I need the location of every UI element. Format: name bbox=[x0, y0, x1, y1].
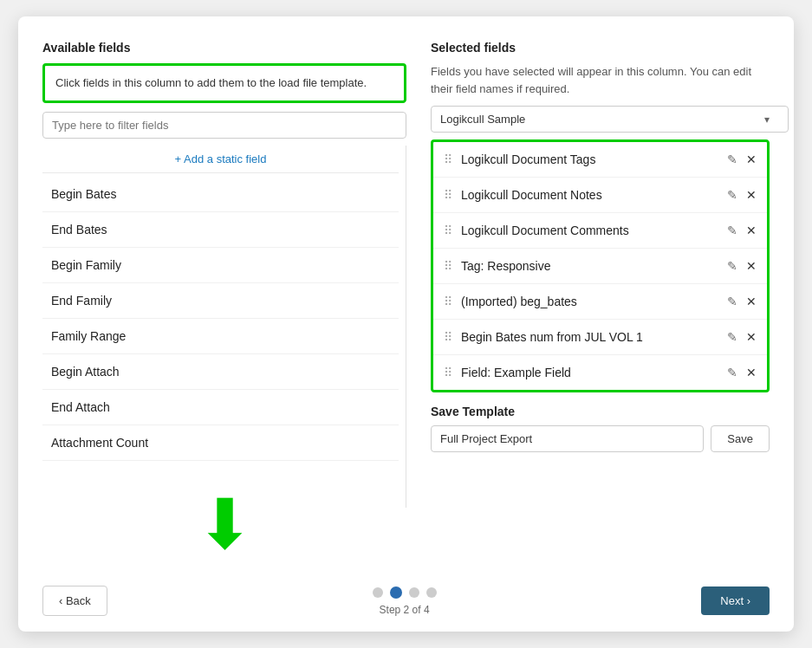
next-button[interactable]: Next › bbox=[701, 586, 770, 615]
field-label: Field: Example Field bbox=[461, 366, 718, 379]
drag-handle-icon[interactable]: ⠿ bbox=[444, 366, 452, 379]
list-item[interactable]: Begin Family bbox=[42, 248, 399, 283]
modal-content: Available fields Click fields in this co… bbox=[18, 16, 794, 560]
remove-icon[interactable]: ✕ bbox=[746, 152, 757, 166]
table-row: ⠿ Begin Bates num from JUL VOL 1 ✎ ✕ bbox=[433, 320, 767, 355]
selected-fields-title: Selected fields bbox=[431, 41, 770, 55]
drag-handle-icon[interactable]: ⠿ bbox=[444, 259, 452, 273]
edit-icon[interactable]: ✎ bbox=[727, 152, 737, 166]
field-label: Logikcull Document Notes bbox=[461, 188, 718, 202]
instruction-box: Click fields in this column to add them … bbox=[42, 63, 406, 103]
step-dot-3 bbox=[409, 587, 419, 598]
field-scroll-area: + Add a static field Begin Bates End Bat… bbox=[42, 146, 406, 509]
step-dot-2 bbox=[390, 586, 402, 599]
template-dropdown[interactable]: Logikcull Sample bbox=[431, 106, 789, 133]
edit-icon[interactable]: ✎ bbox=[727, 295, 737, 308]
save-template-row: Save bbox=[431, 425, 770, 452]
remove-icon[interactable]: ✕ bbox=[746, 366, 757, 379]
drag-handle-icon[interactable]: ⠿ bbox=[444, 188, 452, 202]
modal-footer: ‹ Back Step 2 of 4 Next › bbox=[18, 570, 794, 632]
save-button[interactable]: Save bbox=[711, 425, 770, 452]
table-row: ⠿ Field: Example Field ✎ ✕ bbox=[433, 355, 767, 390]
field-label: (Imported) beg_bates bbox=[461, 295, 718, 308]
remove-icon[interactable]: ✕ bbox=[746, 259, 757, 273]
list-item[interactable]: End Attach bbox=[42, 390, 399, 425]
field-label: Logikcull Document Tags bbox=[461, 152, 718, 166]
table-row: ⠿ Logikcull Document Notes ✎ ✕ bbox=[433, 178, 767, 213]
arrow-annotation: ⬇ bbox=[42, 490, 406, 560]
save-template-input[interactable] bbox=[431, 425, 704, 452]
list-item[interactable]: End Bates bbox=[42, 212, 399, 248]
edit-icon[interactable]: ✎ bbox=[727, 330, 737, 344]
field-label: Tag: Responsive bbox=[461, 259, 718, 273]
step-dot-1 bbox=[373, 587, 383, 598]
add-static-field-button[interactable]: + Add a static field bbox=[42, 146, 399, 173]
remove-icon[interactable]: ✕ bbox=[746, 295, 757, 308]
list-item[interactable]: Begin Attach bbox=[42, 354, 399, 390]
main-modal: Available fields Click fields in this co… bbox=[18, 16, 794, 632]
table-row: ⠿ Logikcull Document Comments ✎ ✕ bbox=[433, 213, 767, 249]
edit-icon[interactable]: ✎ bbox=[727, 188, 737, 202]
drag-handle-icon[interactable]: ⠿ bbox=[444, 152, 452, 166]
list-item[interactable]: End Family bbox=[42, 283, 399, 319]
remove-icon[interactable]: ✕ bbox=[746, 330, 757, 344]
save-template-section: Save Template Save bbox=[431, 405, 770, 452]
save-template-title: Save Template bbox=[431, 405, 770, 418]
filter-input[interactable] bbox=[42, 112, 406, 139]
table-row: ⠿ (Imported) beg_bates ✎ ✕ bbox=[433, 284, 767, 320]
left-panel: Available fields Click fields in this co… bbox=[42, 41, 406, 560]
right-panel: Selected fields Fields you have selected… bbox=[431, 41, 770, 560]
edit-icon[interactable]: ✎ bbox=[727, 259, 737, 273]
list-item[interactable]: Begin Bates bbox=[42, 177, 399, 212]
list-item[interactable]: Attachment Count bbox=[42, 425, 399, 461]
drag-handle-icon[interactable]: ⠿ bbox=[444, 330, 452, 344]
selected-fields-box: ⠿ Logikcull Document Tags ✎ ✕ ⠿ Logikcul… bbox=[431, 139, 770, 392]
edit-icon[interactable]: ✎ bbox=[727, 366, 737, 379]
drag-handle-icon[interactable]: ⠿ bbox=[444, 224, 452, 237]
available-fields-title: Available fields bbox=[42, 41, 406, 55]
remove-icon[interactable]: ✕ bbox=[746, 224, 757, 237]
template-select-row: Logikcull Sample ▾ bbox=[431, 106, 770, 133]
step-label: Step 2 of 4 bbox=[380, 604, 430, 616]
dots-row bbox=[373, 586, 437, 599]
remove-icon[interactable]: ✕ bbox=[746, 188, 757, 202]
selected-fields-description: Fields you have selected will appear in … bbox=[431, 63, 770, 97]
field-label: Logikcull Document Comments bbox=[461, 224, 718, 237]
table-row: ⠿ Tag: Responsive ✎ ✕ bbox=[433, 249, 767, 284]
field-label: Begin Bates num from JUL VOL 1 bbox=[461, 330, 718, 344]
down-arrow-icon: ⬇ bbox=[196, 490, 254, 560]
drag-handle-icon[interactable]: ⠿ bbox=[444, 295, 452, 308]
table-row: ⠿ Logikcull Document Tags ✎ ✕ bbox=[433, 142, 767, 178]
list-item[interactable]: Family Range bbox=[42, 319, 399, 354]
step-indicators: Step 2 of 4 bbox=[373, 586, 437, 616]
back-button[interactable]: ‹ Back bbox=[42, 586, 107, 616]
edit-icon[interactable]: ✎ bbox=[727, 224, 737, 237]
step-dot-4 bbox=[426, 587, 437, 598]
